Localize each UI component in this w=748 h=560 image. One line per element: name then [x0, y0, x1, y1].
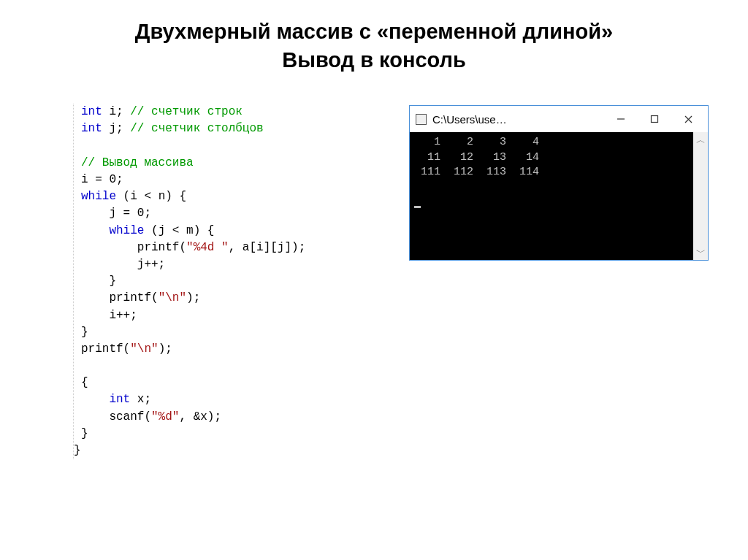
maximize-button[interactable]	[638, 108, 671, 130]
console-window: C:\Users\use… 1 2 3 4 11 12 13 14 111 11…	[409, 105, 709, 261]
title-line-2: Вывод в консоль	[282, 48, 466, 72]
scrollbar[interactable]: ︿ ﹀	[693, 132, 708, 260]
string-literal: "%d"	[151, 410, 179, 423]
keyword-while: while	[109, 224, 144, 237]
slide-title: Двухмерный массив с «переменной длиной» …	[0, 0, 748, 74]
cursor-icon	[414, 206, 421, 208]
console-output[interactable]: 1 2 3 4 11 12 13 14 111 112 113 114	[410, 132, 693, 260]
minimize-button[interactable]	[604, 108, 638, 130]
svg-rect-1	[652, 116, 658, 123]
code-block: int i; // счетчик строк int j; // счетчи…	[81, 104, 380, 442]
string-literal: "\n"	[130, 342, 158, 356]
output-row: 1 2 3 4	[414, 136, 539, 148]
comment: // Вывод массива	[81, 156, 194, 169]
keyword-int: int	[81, 105, 102, 118]
string-literal: "\n"	[159, 291, 186, 304]
keyword-while: while	[81, 190, 116, 203]
keyword-int: int	[109, 393, 130, 406]
closing-brace: }	[74, 442, 380, 459]
string-literal: "%4d "	[186, 241, 229, 254]
title-line-1: Двухмерный массив с «переменной длиной»	[135, 20, 613, 43]
close-button[interactable]	[671, 108, 705, 130]
app-icon	[416, 114, 427, 125]
scroll-down-icon[interactable]: ﹀	[696, 248, 706, 257]
titlebar[interactable]: C:\Users\use…	[410, 106, 708, 132]
keyword-int: int	[81, 122, 102, 135]
comment: // счетчик столбцов	[130, 122, 263, 135]
scroll-up-icon[interactable]: ︿	[696, 135, 706, 145]
output-row: 111 112 113 114	[414, 166, 539, 178]
window-title: C:\Users\use…	[432, 113, 507, 126]
output-row: 11 12 13 14	[414, 151, 539, 164]
comment: // счетчик строк	[130, 105, 243, 118]
